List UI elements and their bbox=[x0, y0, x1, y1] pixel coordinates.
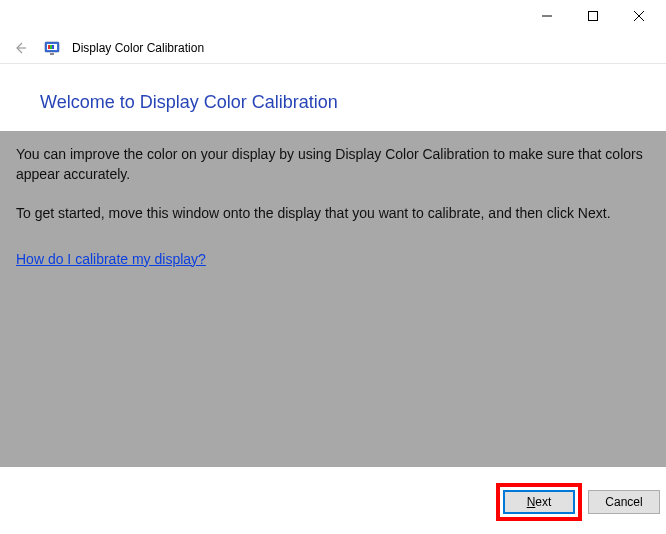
content-area: You can improve the color on your displa… bbox=[0, 131, 666, 467]
svg-rect-1 bbox=[589, 12, 598, 21]
footer-bar: Next Cancel bbox=[0, 470, 666, 534]
app-icon bbox=[44, 40, 60, 56]
titlebar bbox=[0, 0, 666, 32]
back-button[interactable] bbox=[8, 36, 32, 60]
back-arrow-icon bbox=[12, 40, 28, 56]
svg-rect-10 bbox=[50, 53, 54, 55]
minimize-button[interactable] bbox=[524, 1, 570, 31]
svg-rect-7 bbox=[48, 45, 50, 49]
intro-paragraph-1: You can improve the color on your displa… bbox=[16, 145, 644, 184]
maximize-icon bbox=[588, 11, 598, 21]
minimize-icon bbox=[542, 11, 552, 21]
intro-paragraph-2: To get started, move this window onto th… bbox=[16, 204, 644, 224]
highlight-annotation: Next bbox=[496, 483, 582, 521]
close-icon bbox=[634, 11, 644, 21]
header-bar: Display Color Calibration bbox=[0, 32, 666, 64]
next-button[interactable]: Next bbox=[503, 490, 575, 514]
svg-rect-9 bbox=[52, 45, 54, 49]
close-button[interactable] bbox=[616, 1, 662, 31]
cancel-button[interactable]: Cancel bbox=[588, 490, 660, 514]
window-title: Display Color Calibration bbox=[72, 41, 204, 55]
maximize-button[interactable] bbox=[570, 1, 616, 31]
svg-rect-8 bbox=[50, 45, 52, 49]
help-link[interactable]: How do I calibrate my display? bbox=[16, 251, 206, 267]
page-heading: Welcome to Display Color Calibration bbox=[0, 64, 666, 131]
